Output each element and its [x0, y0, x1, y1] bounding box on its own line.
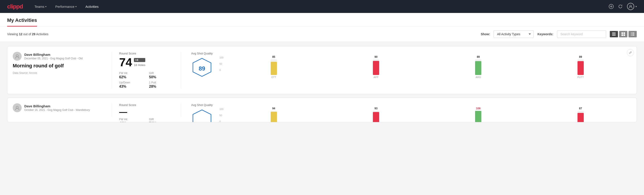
chart-y-0: 0: [219, 69, 223, 72]
svg-marker-18: [193, 110, 211, 122]
fw-hit-label: FW Hit: [119, 72, 144, 75]
card-divider-4: [181, 103, 181, 117]
avg-shot-quality-section: Avg Shot Quality 89: [186, 52, 218, 80]
search-input[interactable]: [557, 30, 606, 38]
svg-rect-8: [624, 34, 625, 36]
chevron-down-icon: ▾: [76, 5, 76, 8]
round-score-section: Round Score 74 +4 18 Holes FW Hit 62% GI…: [117, 52, 176, 88]
chart-y-100: 100: [219, 56, 223, 59]
bar-label-app: APP: [374, 76, 378, 78]
card-divider-2: [181, 52, 181, 88]
one-putt-value: 28%: [149, 84, 174, 88]
chart-col-putt-2: 87 PUTT: [532, 107, 630, 122]
svg-rect-6: [624, 32, 625, 34]
avatar-2: [13, 103, 22, 112]
round-score-section-2: Round Score — FW Hit 43% GIR 56%: [117, 103, 176, 122]
svg-rect-9: [631, 32, 632, 33]
activity-type-select[interactable]: All Activity Types Rounds Practice Sessi…: [494, 30, 534, 38]
fw-hit-value-2: 43%: [119, 121, 144, 122]
chart-col-putt: 89 PUTT: [532, 55, 630, 78]
gir-label: GIR: [149, 72, 174, 75]
updown-label: Up/Down: [119, 81, 144, 84]
chart-col-ott: 85 OTT: [225, 55, 322, 78]
score-badge: +4: [134, 58, 145, 62]
bar-app: [373, 59, 379, 75]
viewing-total: 29: [32, 32, 36, 36]
avg-shot-quality-section-2: Avg Shot Quality: [186, 103, 218, 122]
grid-view-button[interactable]: [619, 31, 628, 38]
bar-value-app: 90: [374, 55, 377, 58]
user-date: December 05, 2021 - Gog Magog Golf Club …: [24, 57, 82, 60]
bar-label-putt: PUTT: [577, 76, 584, 78]
refresh-button[interactable]: [618, 4, 622, 9]
avg-shot-quality-value: 89: [199, 65, 205, 72]
chart-y-50: 50: [219, 62, 223, 65]
one-putt-label: 1 Putt: [149, 81, 174, 84]
viewing-suffix: Activities: [36, 32, 48, 36]
chart-col-arg-2: 106 ARG: [429, 107, 527, 122]
updown-value: 43%: [119, 84, 144, 88]
card-user-row-2: Dave Billingham October 16, 2021 - Gog M…: [13, 103, 101, 112]
fw-hit-value: 62%: [119, 75, 144, 79]
keywords-label: Keywords:: [537, 32, 554, 36]
bar-chart: 100 50 0 85 OTT: [218, 52, 631, 78]
svg-rect-14: [632, 35, 634, 36]
svg-rect-5: [622, 32, 623, 34]
bar-arg: [475, 59, 481, 75]
nav-icons: ▾: [609, 3, 637, 10]
svg-rect-3: [612, 34, 616, 34]
chevron-down-icon: ▾: [45, 5, 46, 8]
filter-bar: Viewing 12 out of 29 Activities Show: Al…: [0, 27, 644, 42]
round-score-value: 74: [119, 56, 132, 68]
bar-label-ott: OTT: [271, 76, 276, 78]
list-view-button[interactable]: [628, 31, 637, 38]
mini-stats-2: FW Hit 43% GIR 56%: [119, 118, 174, 122]
data-source: Data Source: Arccos: [13, 72, 101, 74]
bar-putt: [578, 59, 584, 75]
activity-title: Morning round of golf: [13, 63, 101, 69]
round-score-row: 74 +4 18 Holes: [119, 56, 174, 68]
page-header: My Activities: [0, 13, 644, 27]
navbar: clippd Teams ▾ Performance ▾ Activities: [0, 0, 644, 13]
svg-rect-2: [612, 32, 616, 33]
avatar: [627, 3, 634, 10]
add-button[interactable]: [609, 4, 614, 9]
avatar-button[interactable]: ▾: [627, 3, 637, 10]
card-user-info-2: Dave Billingham October 16, 2021 - Gog M…: [13, 103, 106, 114]
hexagon-shape-2: [192, 109, 212, 122]
svg-rect-11: [631, 34, 632, 34]
activities-list: Dave Billingham December 05, 2021 - Gog …: [0, 42, 644, 127]
nav-item-performance[interactable]: Performance ▾: [54, 0, 78, 13]
activity-card: Dave Billingham December 05, 2021 - Gog …: [7, 46, 637, 94]
bar-value-putt: 89: [579, 55, 582, 58]
svg-rect-13: [631, 35, 632, 36]
show-label: Show:: [481, 32, 490, 36]
svg-rect-10: [632, 32, 634, 33]
round-score-label: Round Score: [119, 52, 174, 55]
page-title: My Activities: [7, 13, 37, 26]
user-name-2: Dave Billingham: [24, 104, 90, 108]
gir-value-2: 56%: [149, 121, 174, 122]
chart-col-app-2: 93 APP: [327, 107, 425, 122]
bar-label-arg: ARG: [476, 76, 481, 78]
card-user-row: Dave Billingham December 05, 2021 - Gog …: [13, 52, 101, 61]
round-score-value-2: —: [119, 108, 127, 116]
svg-rect-12: [632, 34, 634, 34]
bar-value-arg: 89: [477, 55, 480, 58]
list-compact-view-button[interactable]: [610, 31, 618, 38]
fw-hit-label-2: FW Hit: [119, 118, 144, 121]
chevron-down-icon: ▾: [636, 5, 637, 8]
mini-stats: FW Hit 62% GIR 50% Up/Down 43% 1 Putt 28…: [119, 72, 174, 88]
user-name: Dave Billingham: [24, 53, 82, 56]
logo: clippd: [7, 3, 23, 10]
round-score-row-2: —: [119, 108, 174, 116]
nav-item-activities[interactable]: Activities: [84, 0, 100, 13]
card-divider: [112, 52, 112, 88]
nav-item-teams[interactable]: Teams ▾: [34, 0, 47, 13]
avg-shot-quality-label-2: Avg Shot Quality: [191, 103, 213, 107]
edit-button[interactable]: [627, 49, 634, 56]
chart-col-ott-2: 94 OTT: [225, 107, 322, 122]
hexagon-container: 89: [192, 57, 212, 80]
svg-rect-7: [622, 34, 623, 36]
bar-ott: [271, 59, 277, 75]
